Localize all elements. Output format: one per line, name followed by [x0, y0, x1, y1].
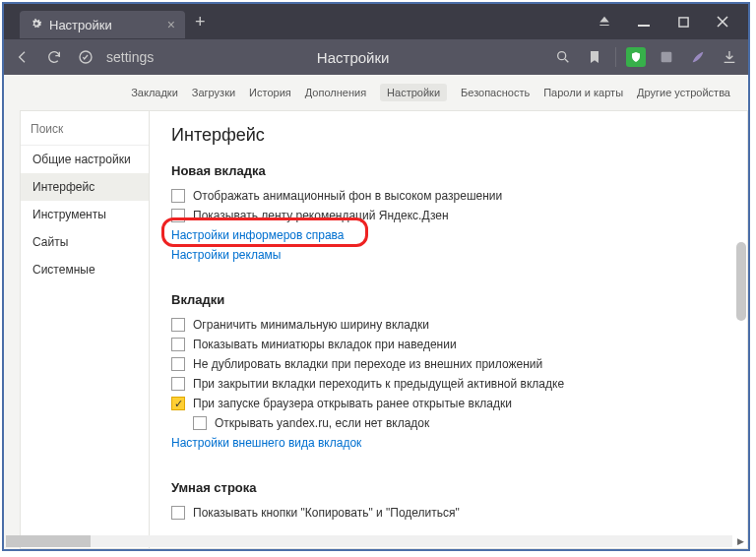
topnav-other-devices[interactable]: Другие устройства [637, 87, 730, 98]
sidebar-item-general[interactable]: Общие настройки [21, 146, 149, 173]
opt-animated-bg[interactable]: Отображать анимационный фон в высоком ра… [171, 186, 725, 206]
window-controls [585, 4, 742, 39]
opt-label: Показывать миниатюры вкладок при наведен… [193, 338, 457, 351]
link-informers[interactable]: Настройки информеров справа [171, 225, 725, 245]
opt-label: Не дублировать вкладки при переходе из в… [193, 357, 542, 371]
minimize-button[interactable] [624, 4, 663, 39]
settings-topnav: Закладки Загрузки История Дополнения Нас… [4, 75, 748, 110]
protect-icon[interactable] [626, 47, 646, 67]
opt-label: Открывать yandex.ru, если нет вкладок [215, 416, 429, 430]
main-heading: Интерфейс [171, 125, 725, 146]
opt-label: Показывать кнопки "Копировать" и "Подели… [193, 506, 460, 520]
section-new-tab-title: Новая вкладка [171, 163, 725, 178]
svg-point-3 [558, 52, 566, 60]
link-tabs-appearance[interactable]: Настройки внешнего вида вкладок [171, 433, 725, 453]
sidebar-item-tools[interactable]: Инструменты [21, 201, 149, 228]
sidebar-search [21, 111, 149, 146]
opt-open-yandex-if-empty[interactable]: Открывать yandex.ru, если нет вкладок [171, 413, 725, 433]
new-tab-button[interactable]: + [195, 12, 206, 32]
downloads-icon[interactable] [719, 46, 740, 68]
reload-button[interactable] [43, 46, 65, 68]
browser-window: Настройки × + settings Настройки Заклад [2, 2, 750, 551]
opt-min-tab-width[interactable]: Ограничить минимальную ширину вкладки [171, 315, 725, 335]
horizontal-scrollbar[interactable] [6, 535, 732, 547]
opt-prev-active-on-close[interactable]: При закрытии вкладки переходить к предыд… [171, 374, 725, 394]
settings-main: Интерфейс Новая вкладка Отображать анима… [150, 110, 748, 549]
back-button[interactable] [12, 46, 33, 68]
tray-icon[interactable] [585, 4, 624, 39]
topnav-security[interactable]: Безопасность [461, 87, 530, 98]
sidebar-item-interface[interactable]: Интерфейс [21, 173, 149, 201]
gear-icon [30, 17, 43, 33]
page-title: Настройки [163, 49, 542, 66]
opt-zen-feed[interactable]: Показывать ленту рекомендаций Яндекс.Дзе… [171, 206, 725, 225]
address-bar: settings Настройки [4, 39, 748, 75]
topnav-bookmarks[interactable]: Закладки [131, 87, 178, 98]
section-tabs-title: Вкладки [171, 292, 725, 307]
topnav-addons[interactable]: Дополнения [305, 87, 366, 98]
tab-close-icon[interactable]: × [167, 17, 175, 32]
sidebar-item-sites[interactable]: Сайты [21, 228, 149, 256]
search-input[interactable] [31, 122, 139, 136]
content-area: Общие настройки Интерфейс Инструменты Са… [4, 110, 748, 549]
opt-tab-thumbnails[interactable]: Показывать миниатюры вкладок при наведен… [171, 335, 725, 354]
feather-icon[interactable] [687, 46, 709, 68]
sidebar-item-system[interactable]: Системные [21, 256, 149, 283]
topnav-settings[interactable]: Настройки [380, 84, 447, 101]
scroll-right-arrow[interactable]: ▶ [734, 535, 746, 547]
separator [615, 47, 616, 67]
opt-label: При закрытии вкладки переходить к предыд… [193, 377, 564, 391]
tab-title: Настройки [49, 18, 161, 32]
svg-rect-4 [662, 52, 672, 63]
search-icon[interactable] [552, 46, 574, 68]
topnav-passwords[interactable]: Пароли и карты [543, 87, 623, 98]
extension-icon-1[interactable] [656, 46, 677, 68]
opt-label: Показывать ленту рекомендаций Яндекс.Дзе… [193, 209, 449, 222]
url-text[interactable]: settings [106, 49, 154, 65]
svg-rect-0 [638, 25, 650, 27]
horizontal-scrollbar-thumb[interactable] [6, 535, 91, 547]
link-ads[interactable]: Настройки рекламы [171, 245, 725, 265]
opt-label: При запуске браузера открывать ранее отк… [193, 397, 512, 410]
browser-tab[interactable]: Настройки × [20, 11, 185, 38]
bookmark-icon[interactable] [584, 46, 605, 68]
page-body: Закладки Загрузки История Дополнения Нас… [4, 75, 748, 549]
opt-restore-tabs-on-start[interactable]: При запуске браузера открывать ранее отк… [171, 394, 725, 413]
site-info-icon[interactable] [75, 46, 96, 68]
opt-label: Отображать анимационный фон в высоком ра… [193, 189, 502, 203]
topnav-downloads[interactable]: Загрузки [192, 87, 235, 98]
topnav-history[interactable]: История [249, 87, 291, 98]
opt-copy-share-buttons[interactable]: Показывать кнопки "Копировать" и "Подели… [171, 503, 725, 523]
svg-rect-1 [678, 17, 687, 26]
opt-label: Ограничить минимальную ширину вкладки [193, 318, 429, 332]
maximize-button[interactable] [663, 4, 703, 39]
close-button[interactable] [703, 4, 742, 39]
titlebar: Настройки × + [4, 4, 748, 39]
section-smartline-title: Умная строка [171, 480, 725, 495]
opt-no-dup-external[interactable]: Не дублировать вкладки при переходе из в… [171, 354, 725, 374]
vertical-scrollbar-thumb[interactable] [736, 242, 746, 321]
settings-sidebar: Общие настройки Интерфейс Инструменты Са… [20, 110, 150, 549]
